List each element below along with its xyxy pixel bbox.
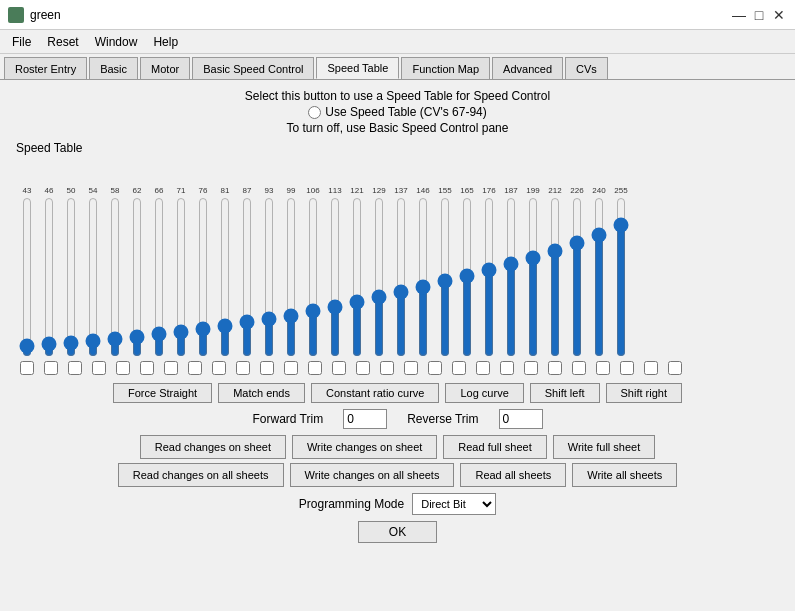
speed-slider-8[interactable] [196, 197, 210, 357]
write-all-button[interactable]: Write all sheets [572, 463, 677, 487]
speed-checkbox-17[interactable] [428, 361, 442, 375]
speed-checkbox-0[interactable] [20, 361, 34, 375]
speed-slider-14[interactable] [328, 197, 342, 357]
tab-advanced[interactable]: Advanced [492, 57, 563, 79]
speed-checkbox-20[interactable] [500, 361, 514, 375]
speed-slider-11[interactable] [262, 197, 276, 357]
tab-basic[interactable]: Basic [89, 57, 138, 79]
menu-file[interactable]: File [4, 33, 39, 51]
speed-slider-13[interactable] [306, 197, 320, 357]
forward-trim-input[interactable] [343, 409, 387, 429]
speed-checkbox-6[interactable] [164, 361, 178, 375]
write-changes-all-button[interactable]: Write changes on all sheets [290, 463, 455, 487]
speed-slider-18[interactable] [416, 197, 430, 357]
speed-slider-7[interactable] [174, 197, 188, 357]
speed-checkbox-3[interactable] [92, 361, 106, 375]
speed-checkbox-14[interactable] [356, 361, 370, 375]
slider-col-18: 146 [412, 186, 434, 357]
speed-slider-27[interactable] [614, 197, 628, 357]
slider-col-2: 50 [60, 186, 82, 357]
speed-slider-23[interactable] [526, 197, 540, 357]
log-curve-button[interactable]: Log curve [445, 383, 523, 403]
tab-roster-entry[interactable]: Roster Entry [4, 57, 87, 79]
tab-motor[interactable]: Motor [140, 57, 190, 79]
slider-col-16: 129 [368, 186, 390, 357]
speed-checkbox-27[interactable] [668, 361, 682, 375]
slider-num-21: 176 [482, 186, 495, 195]
speed-checkbox-15[interactable] [380, 361, 394, 375]
speed-checkbox-8[interactable] [212, 361, 226, 375]
speed-slider-19[interactable] [438, 197, 452, 357]
speed-checkbox-25[interactable] [620, 361, 634, 375]
speed-slider-24[interactable] [548, 197, 562, 357]
speed-checkbox-10[interactable] [260, 361, 274, 375]
read-full-sheet-button[interactable]: Read full sheet [443, 435, 546, 459]
close-button[interactable]: ✕ [771, 7, 787, 23]
speed-slider-5[interactable] [130, 197, 144, 357]
checkbox-col-19 [472, 361, 494, 375]
speed-checkbox-24[interactable] [596, 361, 610, 375]
write-full-sheet-button[interactable]: Write full sheet [553, 435, 656, 459]
read-changes-all-button[interactable]: Read changes on all sheets [118, 463, 284, 487]
speed-checkbox-1[interactable] [44, 361, 58, 375]
menu-reset[interactable]: Reset [39, 33, 86, 51]
reverse-trim-input[interactable] [499, 409, 543, 429]
slider-num-7: 71 [177, 186, 186, 195]
force-straight-button[interactable]: Force Straight [113, 383, 212, 403]
speed-slider-9[interactable] [218, 197, 232, 357]
speed-checkbox-16[interactable] [404, 361, 418, 375]
read-changes-sheet-button[interactable]: Read changes on sheet [140, 435, 286, 459]
speed-slider-17[interactable] [394, 197, 408, 357]
speed-checkbox-12[interactable] [308, 361, 322, 375]
speed-slider-26[interactable] [592, 197, 606, 357]
tab-basic-speed-control[interactable]: Basic Speed Control [192, 57, 314, 79]
speed-checkbox-26[interactable] [644, 361, 658, 375]
speed-slider-15[interactable] [350, 197, 364, 357]
menu-help[interactable]: Help [145, 33, 186, 51]
speed-slider-10[interactable] [240, 197, 254, 357]
speed-slider-22[interactable] [504, 197, 518, 357]
speed-slider-25[interactable] [570, 197, 584, 357]
speed-checkbox-9[interactable] [236, 361, 250, 375]
maximize-button[interactable]: □ [751, 7, 767, 23]
forward-trim-label: Forward Trim [252, 412, 323, 426]
speed-checkbox-18[interactable] [452, 361, 466, 375]
speed-checkbox-7[interactable] [188, 361, 202, 375]
programming-select[interactable]: Direct BitDirect BytePagedRegister [412, 493, 496, 515]
speed-slider-12[interactable] [284, 197, 298, 357]
speed-checkbox-19[interactable] [476, 361, 490, 375]
speed-slider-21[interactable] [482, 197, 496, 357]
speed-slider-0[interactable] [20, 197, 34, 357]
slider-col-3: 54 [82, 186, 104, 357]
speed-slider-6[interactable] [152, 197, 166, 357]
match-ends-button[interactable]: Match ends [218, 383, 305, 403]
speed-checkbox-21[interactable] [524, 361, 538, 375]
speed-slider-4[interactable] [108, 197, 122, 357]
tab-function-map[interactable]: Function Map [401, 57, 490, 79]
read-all-button[interactable]: Read all sheets [460, 463, 566, 487]
speed-checkbox-5[interactable] [140, 361, 154, 375]
checkbox-col-25 [616, 361, 638, 375]
tab-cvs[interactable]: CVs [565, 57, 608, 79]
speed-slider-16[interactable] [372, 197, 386, 357]
speed-checkbox-2[interactable] [68, 361, 82, 375]
speed-slider-20[interactable] [460, 197, 474, 357]
use-speed-table-radio[interactable] [308, 106, 321, 119]
speed-checkbox-23[interactable] [572, 361, 586, 375]
speed-checkbox-13[interactable] [332, 361, 346, 375]
shift-left-button[interactable]: Shift left [530, 383, 600, 403]
speed-checkbox-11[interactable] [284, 361, 298, 375]
ok-button[interactable]: OK [358, 521, 437, 543]
constant-ratio-button[interactable]: Constant ratio curve [311, 383, 439, 403]
write-changes-sheet-button[interactable]: Write changes on sheet [292, 435, 437, 459]
tab-speed-table[interactable]: Speed Table [316, 57, 399, 79]
checkbox-col-16 [400, 361, 422, 375]
shift-right-button[interactable]: Shift right [606, 383, 682, 403]
speed-slider-1[interactable] [42, 197, 56, 357]
minimize-button[interactable]: — [731, 7, 747, 23]
speed-checkbox-22[interactable] [548, 361, 562, 375]
menu-window[interactable]: Window [87, 33, 146, 51]
speed-checkbox-4[interactable] [116, 361, 130, 375]
speed-slider-2[interactable] [64, 197, 78, 357]
speed-slider-3[interactable] [86, 197, 100, 357]
